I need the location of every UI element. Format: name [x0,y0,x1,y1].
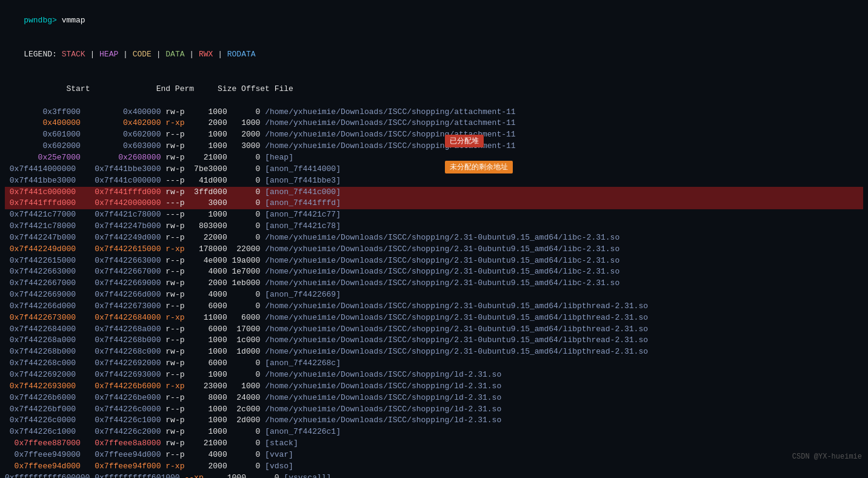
command-line: pwndbg> vmmap [5,4,863,38]
table-row: 0x7ffeee949000 0x7ffeee94d000 r--p 4000 … [5,449,863,461]
table-row: 0x400000 0x402000 r-xp 2000 1000 /home/y… [5,118,863,129]
legend-line: LEGEND: STACK | HEAP | CODE | DATA | RWX… [5,38,863,73]
table-row: 0x7f442268a000 0x7f442268b000 r--p 1000 … [5,335,863,346]
watermark: CSDN @YX-hueimie [792,453,862,461]
annotation-unallocated: 未分配的剩余地址 [445,161,513,173]
table-row: 0x7f4422663000 0x7f4422667000 r--p 4000 … [5,266,863,278]
header-text: Start End Perm Size Offset File [24,84,293,93]
legend-heap: HEAP [99,50,118,59]
table-row: 0x7f4422615000 0x7f4422663000 r--p 4e000… [5,255,863,267]
table-row: 0x7f442268c000 0x7f4422692000 rw-p 6000 … [5,358,863,369]
memory-map-table: 0x3ff000 0x400000 rw-p 1000 0 /home/yxhu… [5,107,863,478]
table-row: 0x601000 0x602000 r--p 1000 2000 /home/y… [5,129,863,141]
table-row: 0x7ffeee887000 0x7ffeee8a8000 rw-p 21000… [5,438,863,449]
table-row: 0x7f4422684000 0x7f442268a000 r--p 6000 … [5,324,863,335]
table-row: 0x7f4422669000 0x7f442266d000 rw-p 4000 … [5,289,863,301]
table-row: 0x7f442247b000 0x7f442249d000 r--p 22000… [5,232,863,244]
table-row: 0x7f441fffd000 0x7f4420000000 ---p 3000 … [5,198,863,209]
terminal: pwndbg> vmmap LEGEND: STACK | HEAP | COD… [0,0,868,478]
table-row: 0x7f441bbe3000 0x7f441c000000 ---p 41d00… [5,175,863,187]
annotation-line-1: 已分配堆 [445,135,513,147]
table-row: 0x7f4422667000 0x7f4422669000 rw-p 2000 … [5,278,863,289]
command: vmmap [57,16,85,25]
table-row: 0x3ff000 0x400000 rw-p 1000 0 /home/yxhu… [5,107,863,118]
table-row: 0x7f44226c1000 0x7f44226c2000 rw-p 1000 … [5,426,863,438]
legend-stack: STACK [62,50,85,59]
table-row: 0x7f44226b6000 0x7f44226be000 r--p 8000 … [5,392,863,404]
table-row: 0x7f4422692000 0x7f4422693000 r--p 1000 … [5,369,863,381]
annotation-line-2: 未分配的剩余地址 [445,161,513,173]
table-row: 0x25e7000 0x2608000 rw-p 21000 0 [heap] [5,152,863,164]
table-row: 0xffffffffff600000 0xffffffffff601000 --… [5,473,863,478]
legend-data: DATA [165,50,184,59]
table-row: 0x7f442268b000 0x7f442268c000 rw-p 1000 … [5,346,863,358]
table-row: 0x7f44226c0000 0x7f44226c1000 rw-p 1000 … [5,415,863,426]
table-row: 0x7f4422673000 0x7f4422684000 r-xp 11000… [5,312,863,324]
table-row: 0x602000 0x603000 rw-p 1000 3000 /home/y… [5,141,863,152]
table-row: 0x7f4422693000 0x7f44226b6000 r-xp 23000… [5,381,863,392]
table-row: 0x7f4421c77000 0x7f4421c78000 ---p 1000 … [5,209,863,221]
table-row: 0x7f441c000000 0x7f441fffd000 rw-p 3ffd0… [5,187,863,198]
table-row: 0x7f4421c78000 0x7f442247b000 rw-p 80300… [5,221,863,232]
annotation1-text: 已分配堆 [450,136,479,146]
prompt: pwndbg> [24,16,57,25]
table-row: 0x7f4414000000 0x7f441bbe3000 rw-p 7be30… [5,164,863,175]
table-row: 0x7f44226bf000 0x7f44226c0000 r--p 1000 … [5,404,863,416]
annotation-allocated: 已分配堆 [445,135,484,147]
legend-rodata: RODATA [227,50,256,59]
legend-rwx: RWX [199,50,213,59]
legend-code: CODE [133,50,152,59]
table-header: Start End Perm Size Offset File [5,72,863,107]
annotations: 已分配堆 未分配的剩余地址 [445,135,513,173]
legend-label: LEGEND: [24,50,57,59]
table-row: 0x7f442249d000 0x7f4422615000 r-xp 17800… [5,244,863,255]
annotation2-text: 未分配的剩余地址 [450,162,508,172]
table-row: 0x7ffeee94d000 0x7ffeee94f000 r-xp 2000 … [5,461,863,473]
table-row: 0x7f442266d000 0x7f4422673000 r--p 6000 … [5,301,863,312]
